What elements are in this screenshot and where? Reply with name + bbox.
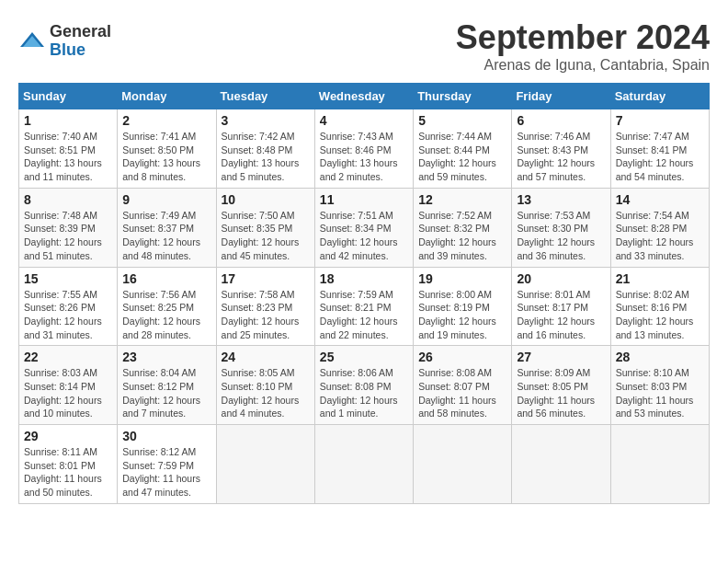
table-row bbox=[610, 425, 709, 504]
table-row: 27Sunrise: 8:09 AMSunset: 8:05 PMDayligh… bbox=[512, 346, 610, 425]
day-info: Sunrise: 8:12 AMSunset: 7:59 PMDaylight:… bbox=[122, 445, 210, 500]
day-number: 17 bbox=[222, 271, 310, 286]
logo-text: General Blue bbox=[50, 23, 111, 60]
day-number: 13 bbox=[517, 192, 605, 207]
day-info: Sunrise: 7:58 AMSunset: 8:23 PMDaylight:… bbox=[222, 288, 310, 342]
table-row bbox=[216, 425, 314, 504]
table-row: 15Sunrise: 7:55 AMSunset: 8:26 PMDayligh… bbox=[19, 267, 118, 346]
table-row: 17Sunrise: 7:58 AMSunset: 8:23 PMDayligh… bbox=[216, 267, 314, 346]
month-title: September 2024 bbox=[456, 18, 710, 57]
table-row: 21Sunrise: 8:02 AMSunset: 8:16 PMDayligh… bbox=[610, 267, 709, 346]
day-number: 19 bbox=[418, 271, 506, 286]
day-info: Sunrise: 8:08 AMSunset: 8:07 PMDaylight:… bbox=[418, 366, 506, 420]
day-info: Sunrise: 8:03 AMSunset: 8:14 PMDaylight:… bbox=[24, 366, 112, 420]
day-info: Sunrise: 8:11 AMSunset: 8:01 PMDaylight:… bbox=[24, 445, 112, 500]
day-number: 22 bbox=[24, 350, 112, 364]
col-tuesday: Tuesday bbox=[216, 84, 314, 109]
general-blue-logo-icon bbox=[18, 30, 46, 52]
day-info: Sunrise: 7:44 AMSunset: 8:44 PMDaylight:… bbox=[418, 130, 506, 184]
table-row: 20Sunrise: 8:01 AMSunset: 8:17 PMDayligh… bbox=[512, 267, 610, 346]
day-number: 5 bbox=[418, 113, 506, 128]
table-row: 16Sunrise: 7:56 AMSunset: 8:25 PMDayligh… bbox=[118, 267, 216, 346]
day-number: 8 bbox=[24, 192, 112, 207]
day-number: 7 bbox=[616, 113, 704, 128]
day-number: 23 bbox=[122, 350, 210, 364]
table-row: 8Sunrise: 7:48 AMSunset: 8:39 PMDaylight… bbox=[19, 188, 118, 267]
day-number: 20 bbox=[517, 271, 605, 286]
day-info: Sunrise: 7:53 AMSunset: 8:30 PMDaylight:… bbox=[517, 209, 605, 263]
table-row: 14Sunrise: 7:54 AMSunset: 8:28 PMDayligh… bbox=[610, 188, 709, 267]
table-row: 7Sunrise: 7:47 AMSunset: 8:41 PMDaylight… bbox=[610, 109, 709, 189]
calendar-week-2: 8Sunrise: 7:48 AMSunset: 8:39 PMDaylight… bbox=[19, 188, 710, 267]
table-row: 26Sunrise: 8:08 AMSunset: 8:07 PMDayligh… bbox=[414, 346, 512, 425]
table-row bbox=[414, 425, 512, 504]
table-row: 4Sunrise: 7:43 AMSunset: 8:46 PMDaylight… bbox=[314, 109, 413, 189]
day-number: 25 bbox=[320, 350, 408, 364]
col-monday: Monday bbox=[118, 84, 216, 109]
day-number: 6 bbox=[517, 113, 605, 128]
col-wednesday: Wednesday bbox=[314, 84, 413, 109]
calendar-week-1: 1Sunrise: 7:40 AMSunset: 8:51 PMDaylight… bbox=[19, 109, 710, 189]
day-number: 30 bbox=[122, 429, 210, 443]
day-number: 10 bbox=[222, 192, 310, 207]
title-section: September 2024 Arenas de Iguna, Cantabri… bbox=[456, 18, 710, 74]
day-number: 29 bbox=[24, 429, 112, 443]
calendar-week-4: 22Sunrise: 8:03 AMSunset: 8:14 PMDayligh… bbox=[19, 346, 710, 425]
day-number: 1 bbox=[24, 113, 112, 128]
day-info: Sunrise: 7:52 AMSunset: 8:32 PMDaylight:… bbox=[418, 209, 506, 263]
table-row: 28Sunrise: 8:10 AMSunset: 8:03 PMDayligh… bbox=[610, 346, 709, 425]
header-row: Sunday Monday Tuesday Wednesday Thursday… bbox=[19, 84, 710, 109]
day-info: Sunrise: 8:10 AMSunset: 8:03 PMDaylight:… bbox=[616, 366, 704, 420]
location: Arenas de Iguna, Cantabria, Spain bbox=[456, 57, 710, 74]
day-number: 26 bbox=[418, 350, 506, 364]
day-number: 27 bbox=[517, 350, 605, 364]
table-row: 30Sunrise: 8:12 AMSunset: 7:59 PMDayligh… bbox=[118, 425, 216, 504]
day-info: Sunrise: 8:01 AMSunset: 8:17 PMDaylight:… bbox=[517, 288, 605, 342]
day-info: Sunrise: 7:59 AMSunset: 8:21 PMDaylight:… bbox=[320, 288, 408, 342]
day-number: 4 bbox=[320, 113, 408, 128]
logo: General Blue bbox=[18, 23, 111, 60]
table-row: 22Sunrise: 8:03 AMSunset: 8:14 PMDayligh… bbox=[19, 346, 118, 425]
day-info: Sunrise: 8:09 AMSunset: 8:05 PMDaylight:… bbox=[517, 366, 605, 420]
header: General Blue September 2024 Arenas de Ig… bbox=[18, 18, 710, 74]
day-number: 12 bbox=[418, 192, 506, 207]
col-thursday: Thursday bbox=[414, 84, 512, 109]
day-info: Sunrise: 8:05 AMSunset: 8:10 PMDaylight:… bbox=[222, 366, 310, 420]
logo-general: General bbox=[50, 22, 111, 40]
day-info: Sunrise: 7:54 AMSunset: 8:28 PMDaylight:… bbox=[616, 209, 704, 263]
day-info: Sunrise: 7:49 AMSunset: 8:37 PMDaylight:… bbox=[122, 209, 210, 263]
col-friday: Friday bbox=[512, 84, 610, 109]
day-info: Sunrise: 8:00 AMSunset: 8:19 PMDaylight:… bbox=[418, 288, 506, 342]
table-row: 29Sunrise: 8:11 AMSunset: 8:01 PMDayligh… bbox=[19, 425, 118, 504]
day-number: 14 bbox=[616, 192, 704, 207]
table-row: 5Sunrise: 7:44 AMSunset: 8:44 PMDaylight… bbox=[414, 109, 512, 189]
calendar-table: Sunday Monday Tuesday Wednesday Thursday… bbox=[18, 83, 710, 504]
calendar-week-5: 29Sunrise: 8:11 AMSunset: 8:01 PMDayligh… bbox=[19, 425, 710, 504]
day-info: Sunrise: 7:56 AMSunset: 8:25 PMDaylight:… bbox=[122, 288, 210, 342]
table-row: 9Sunrise: 7:49 AMSunset: 8:37 PMDaylight… bbox=[118, 188, 216, 267]
table-row: 19Sunrise: 8:00 AMSunset: 8:19 PMDayligh… bbox=[414, 267, 512, 346]
day-info: Sunrise: 8:02 AMSunset: 8:16 PMDaylight:… bbox=[616, 288, 704, 342]
day-number: 18 bbox=[320, 271, 408, 286]
day-number: 16 bbox=[122, 271, 210, 286]
table-row: 13Sunrise: 7:53 AMSunset: 8:30 PMDayligh… bbox=[512, 188, 610, 267]
calendar-week-3: 15Sunrise: 7:55 AMSunset: 8:26 PMDayligh… bbox=[19, 267, 710, 346]
day-info: Sunrise: 7:42 AMSunset: 8:48 PMDaylight:… bbox=[222, 130, 310, 184]
day-info: Sunrise: 7:47 AMSunset: 8:41 PMDaylight:… bbox=[616, 130, 704, 184]
day-info: Sunrise: 7:55 AMSunset: 8:26 PMDaylight:… bbox=[24, 288, 112, 342]
col-saturday: Saturday bbox=[610, 84, 709, 109]
table-row: 6Sunrise: 7:46 AMSunset: 8:43 PMDaylight… bbox=[512, 109, 610, 189]
table-row: 3Sunrise: 7:42 AMSunset: 8:48 PMDaylight… bbox=[216, 109, 314, 189]
table-row: 2Sunrise: 7:41 AMSunset: 8:50 PMDaylight… bbox=[118, 109, 216, 189]
table-row bbox=[314, 425, 413, 504]
table-row: 12Sunrise: 7:52 AMSunset: 8:32 PMDayligh… bbox=[414, 188, 512, 267]
day-number: 11 bbox=[320, 192, 408, 207]
day-number: 3 bbox=[222, 113, 310, 128]
logo-blue: Blue bbox=[50, 40, 85, 59]
table-row: 11Sunrise: 7:51 AMSunset: 8:34 PMDayligh… bbox=[314, 188, 413, 267]
table-row: 10Sunrise: 7:50 AMSunset: 8:35 PMDayligh… bbox=[216, 188, 314, 267]
day-number: 2 bbox=[122, 113, 210, 128]
table-row: 23Sunrise: 8:04 AMSunset: 8:12 PMDayligh… bbox=[118, 346, 216, 425]
day-number: 9 bbox=[122, 192, 210, 207]
day-info: Sunrise: 7:48 AMSunset: 8:39 PMDaylight:… bbox=[24, 209, 112, 263]
